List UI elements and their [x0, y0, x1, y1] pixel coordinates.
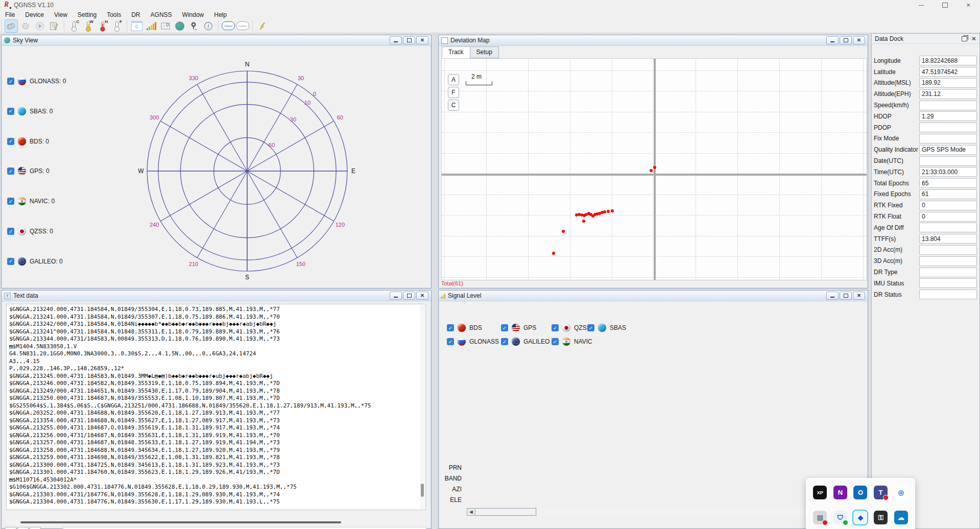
dock-field-value[interactable]	[919, 268, 977, 277]
dock-field-value[interactable]: 231.12	[919, 89, 977, 99]
sky-restore-button[interactable]	[403, 36, 415, 44]
checkbox[interactable]: ✓	[7, 108, 14, 115]
dock-field-value[interactable]	[919, 156, 977, 166]
dock-field-value[interactable]: 21:33:03.000	[919, 167, 977, 177]
checkbox[interactable]: ✓	[501, 324, 508, 331]
clean-broom-icon[interactable]	[256, 19, 269, 33]
devmap-button-f[interactable]: F	[448, 87, 459, 98]
key-app-icon[interactable]: ⚿	[874, 511, 888, 524]
menu-item-window[interactable]: Window	[177, 10, 209, 19]
timestamp-clock-button[interactable]	[17, 527, 29, 529]
checkbox[interactable]: ✓	[7, 138, 14, 145]
menu-item-help[interactable]: Help	[209, 10, 232, 19]
scroll-left-arrow-icon[interactable]: ◀	[467, 508, 475, 516]
checkbox[interactable]: ✓	[7, 228, 14, 235]
deviation-map-plot[interactable]: AFC2 m	[441, 58, 867, 280]
onenote-app-icon[interactable]: N	[833, 486, 847, 499]
zscaler-app-icon[interactable]: ☁	[894, 511, 908, 524]
dock-field-value[interactable]	[919, 290, 977, 299]
checkbox[interactable]: ✓	[501, 338, 508, 345]
dock-field-value[interactable]: 61	[919, 189, 977, 199]
dock-field-value[interactable]: 18.82242688	[919, 56, 977, 65]
dock-field-value[interactable]: 0	[919, 212, 977, 222]
dock-float-icon[interactable]	[962, 36, 967, 41]
menu-item-tools[interactable]: Tools	[102, 10, 126, 19]
devmap-minimize-button[interactable]	[826, 36, 839, 44]
ntrip-client-icon[interactable]: Client	[222, 19, 235, 33]
dock-field-value[interactable]: GPS SPS Mode	[919, 145, 977, 155]
signal-restore-button[interactable]	[840, 292, 852, 300]
location-pin-icon[interactable]	[187, 19, 201, 33]
clear-log-button[interactable]	[5, 527, 16, 529]
menu-item-setting[interactable]: Setting	[73, 10, 102, 19]
thermometer-hot-start-icon[interactable]: H	[96, 19, 109, 33]
pause-button[interactable]	[30, 527, 41, 529]
signal-minimize-button[interactable]	[826, 292, 839, 300]
window-maximize-button[interactable]	[933, 0, 957, 10]
devmap-button-a[interactable]: A	[448, 74, 459, 85]
checkbox[interactable]: ✓	[7, 167, 14, 175]
signal-level-icon[interactable]	[145, 19, 158, 33]
sky-close-button[interactable]: ✕	[416, 36, 428, 44]
play-icon[interactable]	[33, 19, 46, 33]
toolbar-grip[interactable]	[1, 20, 2, 32]
filter-dropdown[interactable]: GGA ⌄	[63, 527, 426, 529]
security-shield-app-icon[interactable]: 🛡	[833, 511, 847, 524]
device-connect-icon[interactable]	[5, 19, 18, 33]
signal-close-button[interactable]: ✕	[853, 292, 865, 300]
map-icon[interactable]	[159, 19, 172, 33]
dock-field-value[interactable]: 13.804	[919, 234, 977, 244]
outlook-app-icon[interactable]: O	[853, 486, 867, 499]
checkbox[interactable]: ✓	[587, 324, 594, 331]
menu-item-dr[interactable]: DR	[126, 10, 145, 19]
nmea-hscroll-thumb[interactable]	[20, 521, 341, 523]
tab-setup[interactable]: Setup	[470, 46, 499, 58]
ntrip-caster-icon[interactable]: Caster	[236, 19, 249, 33]
dock-field-value[interactable]: 47.51974542	[919, 67, 977, 77]
devmap-restore-button[interactable]	[840, 36, 852, 44]
textdata-close-button[interactable]: ✕	[416, 292, 428, 300]
menu-item-view[interactable]: View	[49, 10, 73, 19]
teams-alert-app-icon[interactable]: T	[874, 486, 888, 499]
dock-field-value[interactable]	[919, 278, 977, 288]
checkbox[interactable]: ✓	[7, 78, 14, 85]
signal-hscroll-thumb[interactable]	[475, 508, 536, 516]
tab-track[interactable]: Track	[442, 46, 470, 58]
dock-close-icon[interactable]: ✕	[971, 35, 976, 42]
console-window-icon[interactable]: C	[130, 19, 144, 33]
textdata-restore-button[interactable]	[403, 292, 415, 300]
nmea-horizontal-scrollbar[interactable]	[6, 520, 425, 525]
checkbox[interactable]: ✓	[7, 258, 14, 265]
dock-field-value[interactable]: 0	[919, 201, 977, 210]
menu-item-agnss[interactable]: AGNSS	[146, 10, 177, 19]
sky-minimize-button[interactable]	[390, 36, 402, 44]
devmap-close-button[interactable]: ✕	[853, 36, 865, 44]
dock-field-value[interactable]	[919, 134, 977, 143]
devmap-button-c[interactable]: C	[448, 100, 459, 111]
thermometer-cold-start-icon[interactable]: C	[67, 19, 81, 33]
dock-field-value[interactable]	[919, 101, 977, 110]
sky-view-icon[interactable]	[173, 19, 186, 33]
dock-field-value[interactable]	[919, 256, 977, 266]
textdata-minimize-button[interactable]	[390, 292, 402, 300]
thermometer-warm-start-icon[interactable]: W	[82, 19, 95, 33]
installer-app-icon[interactable]: ▤	[813, 511, 827, 524]
window-minimize-button[interactable]	[910, 0, 933, 10]
menu-item-file[interactable]: File	[0, 10, 20, 19]
nmea-vscroll-thumb[interactable]	[421, 484, 424, 497]
dock-field-value[interactable]	[919, 223, 977, 232]
thermometer-factory-start-icon[interactable]: F	[110, 19, 124, 33]
signal-horizontal-scrollbar[interactable]: ◀	[467, 508, 862, 516]
checkbox[interactable]: ✓	[7, 198, 14, 205]
dock-field-value[interactable]: 1.29	[919, 111, 977, 121]
checkbox[interactable]: ✓	[552, 338, 559, 345]
window-close-button[interactable]: ✕	[957, 0, 980, 10]
checkbox[interactable]: ✓	[447, 338, 454, 345]
xppen-app-icon[interactable]: XP	[813, 486, 827, 499]
log-document-icon[interactable]	[47, 19, 61, 33]
checkbox[interactable]: ✓	[447, 324, 454, 331]
dock-field-value[interactable]	[919, 245, 977, 255]
nmea-vertical-scrollbar[interactable]	[420, 305, 425, 509]
dock-field-value[interactable]: 189.92	[919, 78, 977, 88]
menu-item-device[interactable]: Device	[20, 10, 49, 19]
